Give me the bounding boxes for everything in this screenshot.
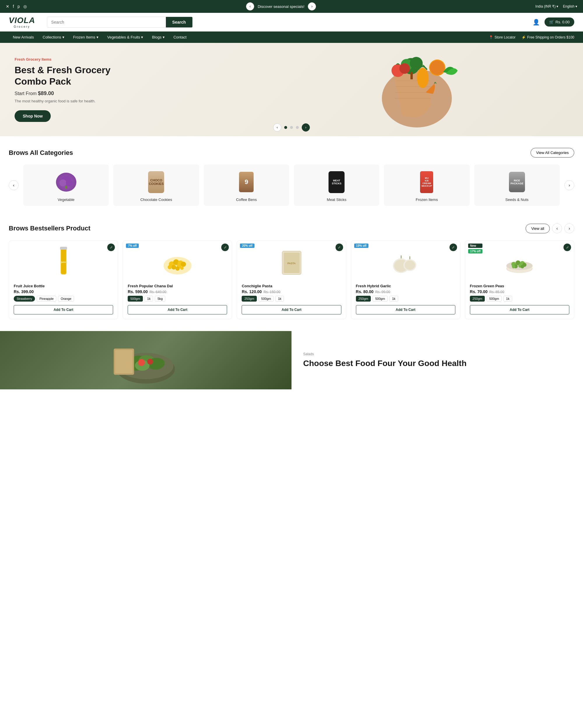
shop-now-button[interactable]: Shop Now — [15, 110, 51, 122]
category-frozen-items[interactable]: MUICECREAMMOCKUP Frozen Items — [384, 164, 469, 206]
view-all-categories-button[interactable]: View All Categories — [530, 148, 574, 157]
announcement-text: Discover seasonal specials! — [258, 4, 304, 9]
add-to-cart-juice[interactable]: Add To Cart — [14, 305, 113, 314]
variant-strawberry[interactable]: Strawberry — [14, 296, 35, 302]
nav-item-new-arrivals[interactable]: New Arrivals — [9, 31, 38, 43]
badge-off-pasta: 20% off — [240, 243, 254, 248]
variant-250gm-peas[interactable]: 250gm — [470, 296, 485, 302]
variant-orange[interactable]: Orange — [58, 296, 74, 302]
nav-label-vegetables: Vegetables & Fruits — [107, 35, 140, 40]
hero-dot-3[interactable] — [296, 126, 299, 129]
add-to-cart-peas[interactable]: Add To Cart — [470, 305, 569, 314]
product-badges-peas: New 17% off — [468, 243, 483, 254]
search-bar: Search — [47, 17, 193, 28]
product-name-garlic: Fresh Hybrid Garlic — [356, 284, 455, 288]
nav-item-blogs[interactable]: Blogs ▾ — [148, 31, 169, 43]
add-to-cart-chana[interactable]: Add To Cart — [128, 305, 227, 314]
product-name-pasta: Conchiglie Pasta — [242, 284, 341, 288]
nav-item-vegetables[interactable]: Vegetables & Fruits ▾ — [103, 31, 147, 43]
bottom-banner-tag: Salads — [303, 352, 571, 356]
variant-500gm-pasta[interactable]: 500gm — [258, 296, 274, 302]
category-chocolate-cookies[interactable]: CHOCOCOOKIES Chocolate Cookies — [113, 164, 199, 206]
product-garlic: 19% off ⤢ Fresh Hybrid Garlic Rs. 80.00R… — [351, 240, 460, 319]
category-vegetable[interactable]: Vegetable — [23, 164, 109, 206]
variant-250gm-pasta[interactable]: 250gm — [242, 296, 257, 302]
svg-rect-18 — [65, 186, 67, 189]
svg-point-27 — [171, 265, 176, 269]
variant-1k-garlic[interactable]: 1k — [389, 296, 398, 302]
product-image-garlic — [356, 245, 455, 280]
nav-item-collections[interactable]: Collections ▾ — [38, 31, 68, 43]
svg-point-40 — [405, 260, 415, 270]
add-to-cart-pasta[interactable]: Add To Cart — [242, 305, 341, 314]
announcement-next[interactable]: › — [308, 2, 316, 10]
category-seeds-label: Seeds & Nuts — [505, 198, 529, 202]
categories-header: Brows All Categories View All Categories — [9, 148, 574, 157]
variant-500gm-garlic[interactable]: 500gm — [372, 296, 388, 302]
variant-1k-pasta[interactable]: 1k — [275, 296, 284, 302]
hero-dot-2[interactable] — [290, 126, 293, 129]
twitter-icon[interactable]: ✕ — [6, 4, 9, 9]
categories-next-arrow[interactable]: › — [564, 180, 574, 190]
announcement-prev[interactable]: ‹ — [246, 2, 254, 10]
category-cookies-image: CHOCOCOOKIES — [145, 170, 168, 194]
product-expand-pasta[interactable]: ⤢ — [335, 243, 343, 251]
category-meat-sticks[interactable]: MEATSTICKS Meat Sticks — [294, 164, 379, 206]
product-expand-garlic[interactable]: ⤢ — [449, 243, 457, 251]
store-locator[interactable]: 📍 Store Locator — [489, 35, 516, 40]
category-coffee-bens[interactable]: 9 Coffee Bens — [204, 164, 289, 206]
product-price-peas: Rs. 70.00Rs. 85.00 — [470, 289, 569, 294]
category-vegetable-image — [55, 170, 78, 194]
nav-item-frozen[interactable]: Frozen Items ▾ — [69, 31, 103, 43]
bestsellers-nav: View all ‹ › — [526, 224, 574, 233]
hero-next-btn[interactable]: › — [302, 123, 310, 132]
account-icon[interactable]: 👤 — [533, 19, 540, 26]
add-to-cart-garlic[interactable]: Add To Cart — [356, 305, 455, 314]
bestsellers-next-arrow[interactable]: › — [564, 224, 574, 233]
cart-icon: 🛒 — [549, 20, 554, 24]
hero-banner: Fresh Grocery Items Best & Fresh Grocery… — [0, 43, 583, 136]
cart-button[interactable]: 🛒 Rs. 0.00 — [545, 18, 574, 27]
product-name-chana: Fresh Popular Chana Dal — [128, 284, 227, 288]
navigation: New Arrivals Collections ▾ Frozen Items … — [0, 31, 583, 43]
nav-label-contact: Contact — [173, 35, 187, 40]
product-expand-chana[interactable]: ⤢ — [221, 243, 229, 251]
hero-price-value: $89.00 — [38, 90, 54, 96]
logo[interactable]: VIOLA Grocery — [9, 16, 35, 28]
bottom-banner-image — [0, 331, 292, 389]
instagram-icon[interactable]: ◎ — [23, 4, 27, 9]
variant-250gm-garlic[interactable]: 250gm — [356, 296, 371, 302]
product-badges-chana: 7% off — [126, 243, 139, 248]
store-locator-label: Store Locator — [495, 35, 516, 40]
svg-point-31 — [175, 266, 179, 271]
hero-dot-1[interactable] — [284, 126, 287, 129]
hero-prev-btn[interactable]: ‹ — [273, 123, 281, 132]
variant-1k-chana[interactable]: 1k — [145, 296, 153, 302]
search-button[interactable]: Search — [166, 17, 192, 27]
product-expand-juice[interactable]: ⤢ — [107, 243, 115, 251]
header-icons: 👤 🛒 Rs. 0.00 — [533, 18, 574, 27]
variant-5kg-chana[interactable]: 5kg — [155, 296, 165, 302]
categories-prev-arrow[interactable]: ‹ — [9, 180, 19, 190]
pinterest-icon[interactable]: p — [18, 4, 20, 9]
bestsellers-prev-arrow[interactable]: ‹ — [552, 224, 562, 233]
bestsellers-section: Brows Bestsellers Product View all ‹ › ⤢… — [0, 217, 583, 331]
categories-title: Brows All Categories — [9, 149, 73, 157]
nav-item-contact[interactable]: Contact — [169, 31, 191, 43]
category-coffee-image: 9 — [235, 170, 258, 194]
language-selector-english[interactable]: English ▾ — [563, 4, 577, 8]
variant-1k-peas[interactable]: 1k — [503, 296, 512, 302]
category-meatsticks-image: MEATSTICKS — [325, 170, 348, 194]
variant-500gm-peas[interactable]: 500gm — [487, 296, 502, 302]
language-selector-india[interactable]: India (INR ₹) ▾ — [535, 4, 558, 8]
facebook-icon[interactable]: f — [13, 4, 14, 9]
variant-500gm-chana[interactable]: 500gm — [128, 296, 143, 302]
announcement-bar: ✕ f p ◎ ‹ Discover seasonal specials! › … — [0, 0, 583, 13]
category-seeds-nuts[interactable]: RICEPACKAGE Seeds & Nuts — [474, 164, 560, 206]
bestsellers-view-all[interactable]: View all — [526, 224, 550, 233]
svg-point-30 — [168, 265, 172, 269]
product-expand-peas[interactable]: ⤢ — [563, 243, 571, 251]
search-input[interactable] — [47, 17, 166, 27]
variant-pineapple[interactable]: Pineapple — [37, 296, 56, 302]
product-name-juice: Fruit Juice Bottle — [14, 284, 113, 288]
